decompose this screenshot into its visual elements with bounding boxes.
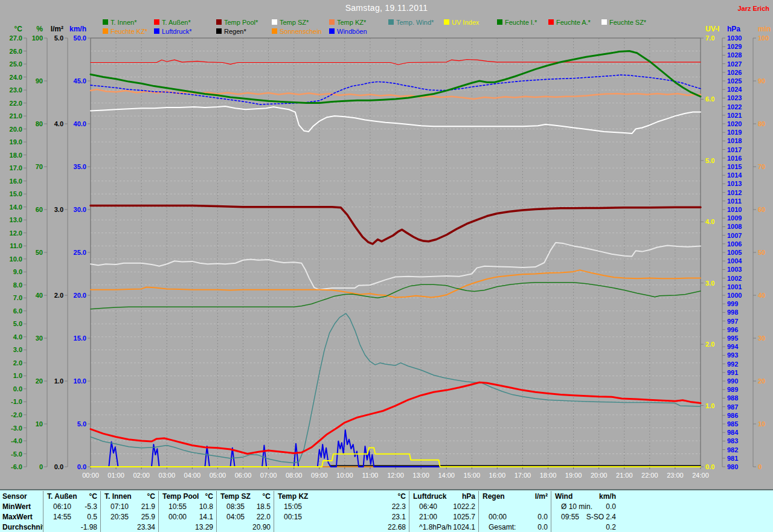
- table-cell: Gesamt:0.0: [479, 522, 551, 532]
- svg-text:-1.0: -1.0: [11, 398, 22, 405]
- svg-text:1015: 1015: [727, 163, 742, 170]
- svg-text:10: 10: [36, 420, 43, 428]
- svg-text:6.0: 6.0: [705, 95, 714, 103]
- x-tick-label: 06:00: [235, 472, 252, 479]
- svg-text:25.0: 25.0: [74, 249, 86, 256]
- svg-text:45.0: 45.0: [74, 77, 86, 85]
- table-cell: 00:0014.1: [159, 511, 217, 522]
- svg-text:27.0: 27.0: [10, 34, 22, 42]
- svg-text:0.0: 0.0: [705, 463, 714, 470]
- table-cell: 00:000.0: [479, 511, 551, 522]
- svg-text:995: 995: [727, 335, 738, 342]
- svg-text:1024: 1024: [727, 86, 742, 93]
- x-tick-label: 18:00: [540, 472, 557, 479]
- svg-text:982: 982: [727, 446, 738, 453]
- x-tick-label: 16:00: [489, 472, 506, 479]
- svg-text:997: 997: [727, 318, 738, 325]
- svg-text:1017: 1017: [727, 146, 742, 153]
- svg-text:22.0: 22.0: [10, 100, 22, 107]
- svg-text:980: 980: [727, 463, 738, 470]
- svg-text:4.0: 4.0: [13, 333, 22, 341]
- table-cell: [479, 501, 551, 511]
- svg-text:18.0: 18.0: [10, 152, 22, 159]
- svg-text:1010: 1010: [727, 206, 742, 213]
- svg-text:1026: 1026: [727, 69, 742, 76]
- svg-text:20.0: 20.0: [74, 292, 86, 299]
- svg-text:3.0: 3.0: [13, 346, 22, 353]
- table-cell: 10:5510.8: [159, 501, 217, 511]
- axis-header: hPa: [727, 25, 740, 33]
- svg-text:50: 50: [758, 249, 765, 256]
- svg-text:8.0: 8.0: [13, 281, 22, 289]
- svg-text:1009: 1009: [727, 214, 742, 222]
- svg-text:985: 985: [727, 420, 738, 428]
- svg-text:1000: 1000: [727, 292, 742, 299]
- x-tick-label: 04:00: [184, 472, 201, 479]
- table-row-label: MinWert: [0, 501, 43, 511]
- svg-text:988: 988: [727, 394, 738, 402]
- x-tick-label: 14:00: [438, 472, 455, 479]
- svg-text:6.0: 6.0: [13, 307, 22, 315]
- axis-header: min: [758, 25, 771, 33]
- table-filler: [619, 511, 773, 522]
- svg-text:-5.0: -5.0: [11, 450, 22, 458]
- table-cell: 08:3518.5: [217, 501, 274, 511]
- svg-text:994: 994: [727, 343, 739, 350]
- svg-text:1018: 1018: [727, 137, 742, 144]
- svg-text:1007: 1007: [727, 232, 742, 239]
- table-group-header: LuftdruckhPa: [409, 491, 479, 501]
- svg-text:21.0: 21.0: [10, 112, 22, 120]
- svg-text:60: 60: [36, 206, 43, 213]
- svg-text:30: 30: [36, 335, 43, 342]
- svg-text:1025: 1025: [727, 77, 742, 85]
- svg-text:1028: 1028: [727, 51, 742, 59]
- table-row-label: Durchschnitt: [0, 522, 43, 532]
- x-tick-label: 20:00: [591, 472, 608, 479]
- table-group-header: Temp Pool°C: [159, 491, 217, 501]
- table-cell: 20.90: [217, 522, 274, 532]
- svg-text:10: 10: [758, 420, 765, 428]
- table-group-header: T. Außen°C: [43, 491, 101, 501]
- table-filler: [619, 501, 773, 511]
- svg-text:998: 998: [727, 309, 738, 316]
- table-cell: 06:10-5.3: [43, 501, 101, 511]
- table-filler: [619, 491, 773, 501]
- axis-header: °C: [14, 25, 23, 33]
- svg-text:10.0: 10.0: [74, 377, 86, 385]
- table-group-header: Windkm/h: [551, 491, 619, 501]
- table-cell: 21:001025.7: [409, 511, 479, 522]
- svg-text:70: 70: [758, 163, 765, 170]
- svg-text:50.0: 50.0: [74, 34, 86, 42]
- svg-text:1023: 1023: [727, 94, 742, 101]
- svg-text:991: 991: [727, 369, 738, 376]
- svg-text:1001: 1001: [727, 283, 742, 290]
- table-cell: 00:1523.1: [274, 511, 409, 522]
- table-cell: 14:550.5: [43, 511, 101, 522]
- svg-text:0.0: 0.0: [13, 385, 22, 393]
- svg-text:1016: 1016: [727, 155, 742, 162]
- x-tick-label: 02:00: [133, 472, 150, 479]
- svg-text:24.0: 24.0: [10, 74, 22, 81]
- svg-text:1014: 1014: [727, 171, 742, 179]
- svg-text:7.0: 7.0: [705, 34, 714, 42]
- svg-text:1.0: 1.0: [705, 402, 714, 409]
- svg-text:15.0: 15.0: [10, 190, 22, 197]
- table-cell: 0.2: [551, 522, 619, 532]
- svg-text:90: 90: [758, 77, 765, 85]
- svg-text:1021: 1021: [727, 112, 742, 119]
- svg-text:992: 992: [727, 361, 738, 368]
- svg-text:100: 100: [758, 34, 769, 42]
- svg-text:60: 60: [758, 206, 765, 213]
- svg-text:35.0: 35.0: [74, 163, 86, 170]
- x-tick-label: 00:00: [82, 472, 99, 479]
- svg-text:90: 90: [36, 77, 43, 85]
- table-filler: [619, 522, 773, 532]
- svg-text:1012: 1012: [727, 189, 742, 196]
- x-tick-label: 09:00: [311, 472, 328, 479]
- svg-text:1003: 1003: [727, 266, 742, 273]
- svg-text:50: 50: [36, 249, 43, 256]
- axis-header: l/m²: [51, 25, 63, 33]
- x-tick-label: 05:00: [210, 472, 226, 479]
- svg-text:0: 0: [39, 463, 43, 470]
- svg-text:23.0: 23.0: [10, 86, 22, 94]
